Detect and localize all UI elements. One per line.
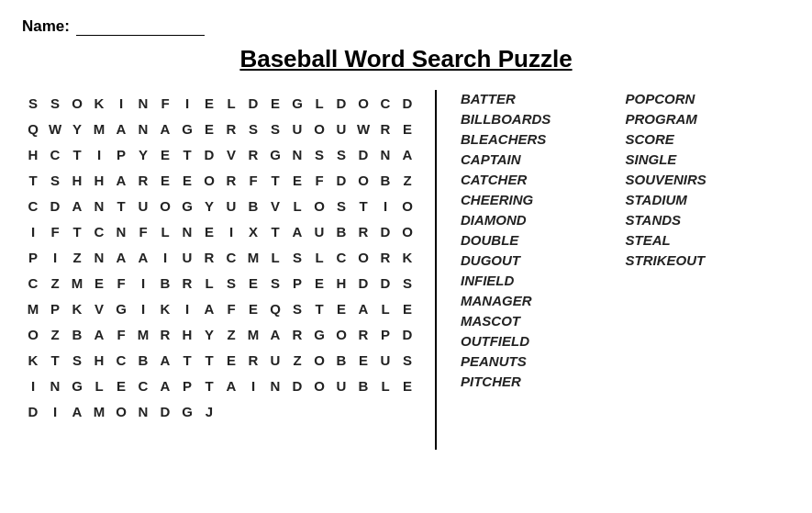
grid-cell: I bbox=[374, 193, 396, 218]
grid-cell: E bbox=[242, 296, 264, 321]
grid-cell: U bbox=[264, 347, 286, 373]
word-item: SINGLE bbox=[626, 151, 791, 168]
name-line: Name: bbox=[22, 17, 790, 36]
grid-cell: R bbox=[352, 218, 374, 244]
grid-cell: O bbox=[308, 347, 330, 373]
word-item: BLEACHERS bbox=[461, 130, 626, 148]
word-item: MASCOT bbox=[461, 312, 626, 329]
grid-cell: I bbox=[44, 244, 66, 270]
grid-cell: T bbox=[264, 167, 286, 193]
grid-cell: S bbox=[330, 141, 352, 167]
grid-cell: S bbox=[22, 90, 44, 116]
grid-cell: F bbox=[44, 218, 66, 244]
word-item: DIAMOND bbox=[461, 211, 626, 229]
grid-cell: U bbox=[330, 373, 352, 398]
grid-cell: R bbox=[220, 167, 242, 193]
grid-cell: D bbox=[374, 218, 396, 244]
grid-cell: C bbox=[330, 244, 352, 270]
grid-cell: E bbox=[176, 167, 198, 193]
grid-cell: I bbox=[176, 90, 198, 116]
grid-cell: F bbox=[110, 321, 132, 347]
grid-cell: S bbox=[242, 116, 264, 141]
grid-cell: U bbox=[132, 193, 154, 218]
word-list-section: BATTERBILLBOARDSBLEACHERSCAPTAINCATCHERC… bbox=[453, 90, 790, 450]
grid-cell: K bbox=[66, 296, 88, 321]
grid-cell: L bbox=[374, 373, 396, 398]
grid-cell: E bbox=[220, 347, 242, 373]
grid-cell: O bbox=[308, 116, 330, 141]
grid-cell: A bbox=[286, 218, 308, 244]
grid-cell: S bbox=[308, 141, 330, 167]
grid-cell: Z bbox=[44, 321, 66, 347]
word-col-1: BATTERBILLBOARDSBLEACHERSCAPTAINCATCHERC… bbox=[461, 90, 626, 450]
word-item: STRIKEOUT bbox=[626, 251, 791, 269]
grid-cell: R bbox=[176, 270, 198, 296]
grid-cell: N bbox=[88, 244, 110, 270]
grid-cell: N bbox=[132, 90, 154, 116]
grid-cell: L bbox=[264, 244, 286, 270]
grid-cell: L bbox=[308, 90, 330, 116]
grid-cell: H bbox=[330, 270, 352, 296]
grid-cell: D bbox=[22, 398, 44, 424]
grid-cell: Y bbox=[132, 141, 154, 167]
grid-cell: G bbox=[286, 90, 308, 116]
grid-cell: A bbox=[220, 373, 242, 398]
grid-cell: H bbox=[88, 347, 110, 373]
grid-cell: R bbox=[374, 244, 396, 270]
grid-cell: E bbox=[242, 270, 264, 296]
word-item: SCORE bbox=[626, 130, 791, 148]
grid-cell: M bbox=[88, 398, 110, 424]
word-item: BATTER bbox=[461, 90, 626, 107]
grid-cell: Z bbox=[396, 167, 418, 193]
grid-cell: M bbox=[88, 116, 110, 141]
grid-cell: F bbox=[308, 167, 330, 193]
grid-cell: A bbox=[154, 347, 176, 373]
grid-cell: I bbox=[154, 244, 176, 270]
grid-cell: B bbox=[132, 347, 154, 373]
grid-cell: H bbox=[22, 141, 44, 167]
grid-cell: D bbox=[286, 373, 308, 398]
grid-cell: Z bbox=[66, 244, 88, 270]
grid-cell: C bbox=[22, 270, 44, 296]
grid-cell: U bbox=[308, 218, 330, 244]
grid-cell: U bbox=[220, 193, 242, 218]
word-item: STADIUM bbox=[626, 191, 791, 208]
grid-cell: W bbox=[352, 116, 374, 141]
grid-cell: L bbox=[88, 373, 110, 398]
grid-cell: G bbox=[66, 373, 88, 398]
grid-cell: I bbox=[242, 373, 264, 398]
grid-cell: N bbox=[132, 116, 154, 141]
grid-cell: T bbox=[198, 347, 220, 373]
grid-cell: S bbox=[66, 347, 88, 373]
main-content: SSOKINFIELDEGLDOCDQWYMANAGERSSUOUWREHCTI… bbox=[22, 90, 790, 450]
grid-cell: I bbox=[132, 296, 154, 321]
grid-cell: N bbox=[88, 193, 110, 218]
grid-cell: A bbox=[88, 321, 110, 347]
grid-cell: E bbox=[396, 373, 418, 398]
grid-cell: G bbox=[308, 321, 330, 347]
grid-cell: P bbox=[374, 321, 396, 347]
grid-cell: Z bbox=[44, 270, 66, 296]
grid-cell: O bbox=[198, 167, 220, 193]
grid-cell: Z bbox=[220, 321, 242, 347]
grid-cell: A bbox=[198, 296, 220, 321]
grid-cell: G bbox=[264, 141, 286, 167]
grid-cell: T bbox=[176, 347, 198, 373]
grid-cell: T bbox=[352, 193, 374, 218]
grid-cell: L bbox=[308, 244, 330, 270]
grid-cell: F bbox=[132, 218, 154, 244]
grid-cell: I bbox=[88, 141, 110, 167]
grid-cell: E bbox=[352, 347, 374, 373]
page-title: Baseball Word Search Puzzle bbox=[22, 45, 790, 73]
grid-cell: O bbox=[330, 321, 352, 347]
grid-cell: N bbox=[264, 373, 286, 398]
grid-cell: G bbox=[176, 398, 198, 424]
word-item: PITCHER bbox=[461, 373, 626, 390]
grid-cell: E bbox=[198, 218, 220, 244]
grid-cell: B bbox=[242, 193, 264, 218]
grid-cell: R bbox=[198, 244, 220, 270]
puzzle-section: SSOKINFIELDEGLDOCDQWYMANAGERSSUOUWREHCTI… bbox=[22, 90, 437, 450]
grid-cell: L bbox=[198, 270, 220, 296]
word-item: STANDS bbox=[626, 211, 791, 229]
grid-cell: E bbox=[198, 116, 220, 141]
